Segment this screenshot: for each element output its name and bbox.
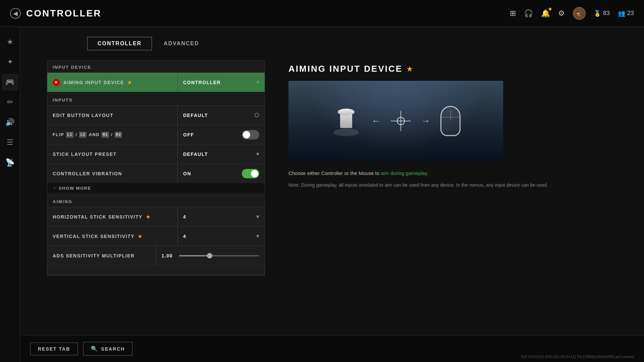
sidebar-item-star2[interactable]: ✦ (2, 54, 18, 70)
joystick-icon (331, 106, 361, 136)
right-title-star: ★ (407, 65, 414, 73)
show-more-icon: └ (53, 186, 56, 191)
flip-text: FLIP (53, 132, 64, 137)
left-panel: INPUT DEVICE ✕ AIMING INPUT DEVICE ★ CON… (20, 57, 275, 362)
right-panel: AIMING INPUT DEVICE ★ (275, 57, 644, 362)
tab-controller[interactable]: CONTROLLER (87, 37, 152, 50)
edit-button-layout-value: DEFAULT ⬡ (177, 106, 265, 125)
input-device-section: INPUT DEVICE ✕ AIMING INPUT DEVICE ★ CON… (47, 60, 265, 92)
r2-icon: R2 (115, 132, 122, 138)
grid-icon[interactable]: ⊞ (510, 9, 516, 18)
sidebar-item-edit[interactable]: ✏ (2, 94, 18, 111)
notification-badge (549, 8, 551, 10)
crosshair-wrapper (391, 111, 411, 131)
sidebar-item-audio[interactable]: 🔊 (2, 114, 18, 131)
description-primary: Choose either Controller or the Mouse to… (288, 169, 631, 177)
ads-slider-fill (179, 255, 207, 256)
ads-slider-track[interactable] (179, 255, 260, 256)
ads-sensitivity-label: ADS SENSITIVITY MULTIPLIER (47, 253, 156, 258)
x-close-icon: ✕ (53, 79, 60, 86)
main-content: CONTROLLER ADVANCED INPUT DEVICE ✕ AIMIN… (20, 27, 644, 362)
horizontal-dropdown-icon: ▾ (256, 214, 260, 220)
inputs-label: INPUTS (47, 94, 265, 105)
l1-icon: L1 (66, 132, 73, 138)
points-icon: 🏅 (594, 10, 601, 17)
avatar[interactable]: 🦅 (573, 7, 586, 20)
right-arrow-icon: → (421, 116, 430, 126)
flip-label: FLIP L1 / L2 AND R1 / R2 (47, 132, 177, 138)
horizontal-star-icon: ★ (146, 214, 151, 220)
horizontal-sensitivity-row[interactable]: HORIZONTAL STICK SENSITIVITY ★ 4 ▾ (47, 207, 265, 226)
aiming-dropdown-icon: ▾ (256, 79, 260, 85)
controller-vibration-value: ON (177, 164, 265, 183)
friends-icon: 👥 (618, 10, 625, 17)
aiming-input-device-row[interactable]: ✕ AIMING INPUT DEVICE ★ CONTROLLER ▾ (47, 72, 265, 92)
points-value: 83 (603, 10, 610, 17)
aiming-section: AIMING HORIZONTAL STICK SENSITIVITY ★ 4 … (47, 195, 265, 276)
mouse-line (450, 110, 451, 120)
aiming-input-device-label: ✕ AIMING INPUT DEVICE ★ (47, 79, 177, 86)
search-button[interactable]: 🔍 SEARCH (83, 342, 132, 356)
input-device-label: INPUT DEVICE (47, 61, 265, 72)
headphones-icon[interactable]: 🎧 (524, 9, 533, 18)
back-arrow-icon: ◀ (10, 8, 21, 19)
mouse-icon (440, 106, 461, 136)
tab-advanced[interactable]: ADVANCED (153, 37, 209, 50)
friends-value: 23 (627, 10, 634, 17)
stick-layout-preset-value: DEFAULT ▾ (177, 144, 265, 164)
vertical-sensitivity-label: VERTICAL STICK SENSITIVITY ★ (47, 234, 177, 239)
flip-value: OFF (177, 125, 265, 144)
flip-toggle[interactable] (242, 130, 259, 139)
back-button[interactable]: ◀ CONTROLLER (10, 8, 101, 19)
tab-bar: CONTROLLER ADVANCED (20, 27, 644, 57)
aiming-label: AIMING (47, 195, 265, 207)
mouse-divider (441, 117, 460, 117)
version-info: 9.8.13241923 [255:101:1614+11] Tm [7000]… (521, 355, 634, 359)
edit-button-layout-label: EDIT BUTTON LAYOUT (47, 113, 177, 118)
sidebar-item-menu[interactable]: ☰ (2, 134, 18, 151)
content-split: INPUT DEVICE ✕ AIMING INPUT DEVICE ★ CON… (20, 57, 644, 362)
controller-vibration-row[interactable]: CONTROLLER VIBRATION ON (47, 164, 265, 183)
ads-slider-thumb (207, 253, 212, 258)
stick-layout-preset-label: STICK LAYOUT PRESET (47, 152, 177, 157)
flip-row[interactable]: FLIP L1 / L2 AND R1 / R2 OFF (47, 125, 265, 144)
page-title: CONTROLLER (26, 8, 101, 19)
friend-count: 👥 23 (618, 10, 634, 17)
preview-image: ← → (288, 81, 503, 161)
vibration-toggle-knob (251, 170, 258, 177)
ads-sensitivity-value: 1.00 (156, 246, 265, 265)
toggle-knob (243, 131, 250, 138)
controller-vibration-label: CONTROLLER VIBRATION (47, 171, 177, 176)
aiming-input-device-value: CONTROLLER ▾ (177, 73, 265, 92)
sidebar-item-broadcast[interactable]: 📡 (2, 154, 18, 171)
sidebar-item-favorites[interactable]: ★ (2, 34, 18, 50)
vibration-toggle[interactable] (242, 169, 259, 178)
aiming-star-icon: ★ (127, 80, 132, 85)
header-right: ⊞ 🎧 🔔 ⚙ 🦅 🏅 83 👥 23 (510, 7, 634, 20)
bell-icon[interactable]: 🔔 (541, 9, 550, 18)
settings-icon[interactable]: ⚙ (558, 9, 565, 18)
stick-layout-dropdown-icon: ▾ (256, 151, 260, 157)
horizontal-sensitivity-value: 4 ▾ (177, 207, 265, 226)
external-link-icon: ⬡ (254, 112, 260, 118)
vertical-sensitivity-row[interactable]: VERTICAL STICK SENSITIVITY ★ 4 ▾ (47, 226, 265, 246)
vertical-sensitivity-value: 4 ▾ (177, 227, 265, 246)
vertical-dropdown-icon: ▾ (256, 233, 260, 239)
description-secondary: Note: During gameplay, all inputs unrela… (288, 181, 631, 189)
right-panel-title: AIMING INPUT DEVICE ★ (288, 64, 631, 74)
partial-row (47, 265, 265, 275)
ads-sensitivity-row[interactable]: ADS SENSITIVITY MULTIPLIER 1.00 (47, 246, 265, 265)
reset-tab-button[interactable]: RESET TAB (30, 343, 78, 355)
highlight-text: aim during gameplay. (381, 170, 428, 176)
arrows-icon: ← (371, 116, 381, 126)
l2-icon: L2 (79, 132, 87, 138)
stick-layout-preset-row[interactable]: STICK LAYOUT PRESET DEFAULT ▾ (47, 144, 265, 164)
header: ◀ CONTROLLER ⊞ 🎧 🔔 ⚙ 🦅 🏅 83 👥 23 (0, 0, 644, 27)
sidebar: ★ ✦ 🎮 ✏ 🔊 ☰ 📡 (0, 27, 20, 362)
preview-content: ← → (331, 106, 461, 136)
edit-button-layout-row[interactable]: EDIT BUTTON LAYOUT DEFAULT ⬡ (47, 105, 265, 125)
sidebar-item-controller[interactable]: 🎮 (2, 74, 18, 90)
horizontal-sensitivity-label: HORIZONTAL STICK SENSITIVITY ★ (47, 214, 177, 220)
show-more-row[interactable]: └ SHOW MORE (47, 183, 265, 193)
inputs-section: INPUTS EDIT BUTTON LAYOUT DEFAULT ⬡ FLIP (47, 93, 265, 194)
